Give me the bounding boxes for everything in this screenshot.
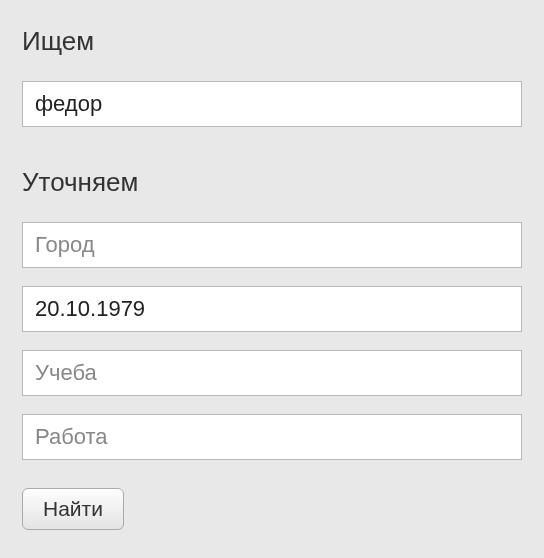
name-input[interactable]	[22, 81, 522, 127]
search-button[interactable]: Найти	[22, 488, 124, 530]
education-input[interactable]	[22, 350, 522, 396]
city-input[interactable]	[22, 222, 522, 268]
date-input[interactable]	[22, 286, 522, 332]
search-section-label: Ищем	[22, 26, 522, 57]
refine-section-label: Уточняем	[22, 167, 522, 198]
work-input[interactable]	[22, 414, 522, 460]
